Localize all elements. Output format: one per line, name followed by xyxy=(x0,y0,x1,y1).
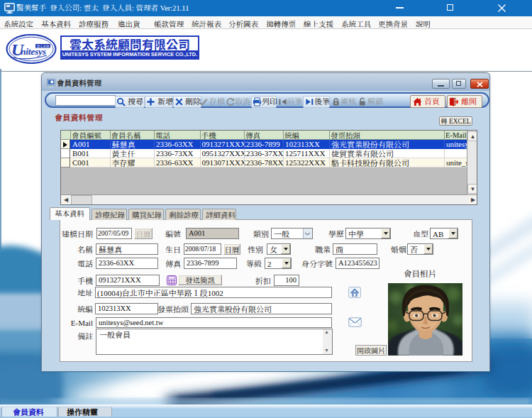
svg-text:雲太系統: 雲太系統 xyxy=(37,44,50,48)
